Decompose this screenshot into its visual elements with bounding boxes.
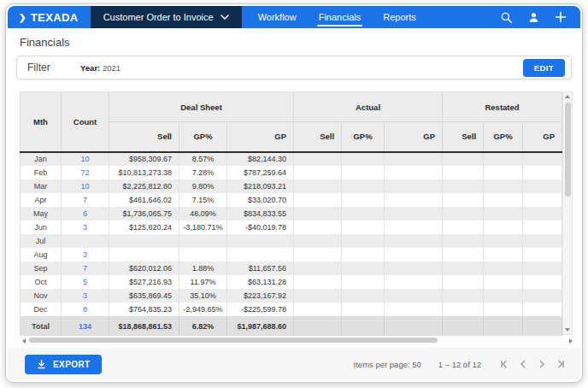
cell-value <box>385 303 443 316</box>
cell-value <box>523 234 562 248</box>
count-link[interactable]: 134 <box>79 322 91 331</box>
count-link[interactable]: 10 <box>80 182 89 191</box>
table-row: Nov3$635,869.4535.10%$223,167.92 <box>21 289 562 303</box>
cell-value <box>523 262 562 275</box>
first-page-icon[interactable] <box>498 358 510 370</box>
cell-value <box>484 220 523 234</box>
cell-value <box>484 152 523 166</box>
cell-mth: Dec <box>21 303 62 316</box>
next-page-icon[interactable] <box>536 358 548 370</box>
col-header-deal-sheet-gp: GP <box>227 122 294 152</box>
table-header: MthCountDeal SheetActualRestatedSellGP%G… <box>21 92 562 152</box>
cell-count: 134 <box>62 316 109 338</box>
cell-mth: Mar <box>21 179 62 193</box>
module-dropdown-label: Customer Order to Invoice <box>103 12 214 22</box>
cell-value <box>385 179 443 193</box>
cell-value: $125,820.24 <box>109 220 179 234</box>
filter-label: Filter <box>27 62 80 73</box>
cell-value <box>385 166 443 179</box>
search-icon[interactable] <box>500 11 513 24</box>
cell-value <box>484 289 523 303</box>
cell-mth: Jul <box>21 234 62 248</box>
cell-value <box>342 152 385 166</box>
cell-value <box>484 207 523 220</box>
cell-value: 8.57% <box>179 152 227 166</box>
page-title: Financials <box>6 28 582 56</box>
previous-page-icon[interactable] <box>517 358 529 370</box>
scroll-down-icon[interactable] <box>565 328 570 332</box>
cell-value: $461,646.02 <box>109 193 179 207</box>
cell-value <box>443 248 484 262</box>
cell-value <box>179 248 227 262</box>
cell-value <box>443 207 484 220</box>
count-link[interactable]: 7 <box>83 264 87 273</box>
cell-value: 1.88% <box>179 262 227 275</box>
horizontal-scrollbar[interactable] <box>20 336 575 345</box>
cell-value <box>294 289 342 303</box>
tab-reports[interactable]: Reports <box>372 6 427 28</box>
cell-value: $2,225,812.80 <box>109 179 179 193</box>
count-link[interactable]: 3 <box>83 250 87 259</box>
table-row: Jan10$958,309.678.57%$82,144.30 <box>21 152 562 166</box>
cell-value: $218,093.21 <box>227 179 294 193</box>
cell-value: $223,167.92 <box>227 289 294 303</box>
tab-workflow[interactable]: Workflow <box>247 6 308 28</box>
cell-value <box>294 220 342 234</box>
count-link[interactable]: 7 <box>83 196 87 204</box>
cell-value <box>109 248 179 262</box>
cell-value <box>443 220 484 234</box>
cell-value <box>385 220 443 234</box>
edit-button[interactable]: EDIT <box>523 59 565 77</box>
filter-year-value: Year: 2021 <box>80 63 121 73</box>
cell-value: $527,216.93 <box>109 275 179 289</box>
horizontal-scroll-thumb[interactable] <box>29 338 438 343</box>
cell-value <box>385 316 443 338</box>
scroll-right-icon[interactable] <box>569 338 573 344</box>
cell-value <box>342 262 385 275</box>
table-footer: EXPORT Items per page: 50 1 – 12 of 12 <box>8 348 580 380</box>
account-icon[interactable] <box>527 11 540 24</box>
cell-value <box>484 179 523 193</box>
add-icon[interactable] <box>555 11 567 23</box>
cell-mth: Nov <box>21 289 62 303</box>
last-page-icon[interactable] <box>555 358 567 370</box>
table-row: Feb72$10,813,273.387.28%$787,259.64 <box>21 166 562 179</box>
count-link[interactable]: 8 <box>83 305 87 314</box>
group-header-deal-sheet: Deal Sheet <box>109 92 294 122</box>
filter-year-number: 2021 <box>103 63 121 73</box>
export-button[interactable]: EXPORT <box>25 355 102 374</box>
cell-value <box>484 234 523 248</box>
cell-value: $11,657.56 <box>227 262 294 275</box>
col-header-actual-gp-pct: GP% <box>342 122 385 152</box>
count-link[interactable]: 3 <box>83 291 87 300</box>
count-link[interactable]: 10 <box>80 155 89 163</box>
col-header-deal-sheet-gp-pct: GP% <box>179 122 227 152</box>
col-header-actual-sell: Sell <box>294 122 342 152</box>
cell-value <box>342 248 385 262</box>
col-header-count: Count <box>62 92 109 152</box>
scroll-left-icon[interactable] <box>22 338 26 344</box>
cell-value <box>443 262 484 275</box>
tab-financials[interactable]: Financials <box>308 6 373 28</box>
scroll-up-icon[interactable] <box>565 95 570 98</box>
cell-value <box>294 262 342 275</box>
table-body: Jan10$958,309.678.57%$82,144.30Feb72$10,… <box>21 152 562 338</box>
cell-value <box>443 316 484 338</box>
cell-count: 10 <box>62 152 109 166</box>
cell-value <box>294 234 342 248</box>
top-navigation-bar: ❯ TEXADA Customer Order to Invoice Workf… <box>8 6 580 28</box>
cell-value <box>484 248 523 262</box>
module-dropdown[interactable]: Customer Order to Invoice <box>91 6 242 28</box>
vertical-scroll-thumb[interactable] <box>565 103 571 197</box>
vertical-scrollbar[interactable] <box>562 91 573 335</box>
financials-table: MthCountDeal SheetActualRestatedSellGP%G… <box>20 91 562 338</box>
table-row: Aug3 <box>21 248 562 262</box>
count-link[interactable]: 6 <box>83 209 87 218</box>
cell-value <box>227 234 294 248</box>
table-zone: MthCountDeal SheetActualRestatedSellGP%G… <box>20 91 575 335</box>
count-link[interactable]: 3 <box>83 223 87 232</box>
count-link[interactable]: 5 <box>83 278 87 286</box>
table-row: Sep7$620,012.061.88%$11,657.56 <box>21 262 562 275</box>
count-link[interactable]: 72 <box>80 168 89 177</box>
items-per-page-label: Items per page: 50 <box>354 360 421 369</box>
